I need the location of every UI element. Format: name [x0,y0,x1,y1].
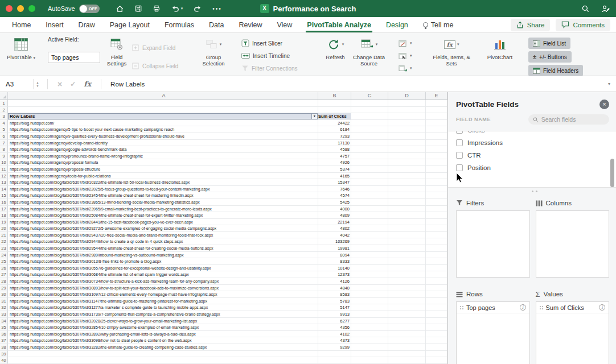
print-button[interactable] [153,5,161,13]
cell-B37[interactable]: 4373 [318,337,351,344]
cell-D20[interactable] [388,225,426,232]
cell-E28[interactable] [426,278,447,285]
cell-E5[interactable] [426,126,447,133]
cell-D24[interactable] [388,252,426,259]
refresh-button[interactable]: ▾ Refresh [320,36,351,60]
field-list-toggle[interactable]: Field List [528,38,570,49]
cell-D6[interactable] [388,133,426,140]
row-header-33[interactable]: 33 [0,311,8,318]
insert-timeline-button[interactable]: Insert Timeline [241,50,314,61]
row-header-17[interactable]: 17 [0,206,8,213]
cell-A9[interactable]: https://blog.hubspot.com/agency/pronounc… [8,153,318,160]
cell-D40[interactable] [388,357,426,364]
undo-button[interactable]: ▾ [171,5,183,13]
cell-D3[interactable] [388,113,426,120]
cell-C11[interactable] [351,166,388,173]
column-header-A[interactable]: A [8,92,318,100]
tab-page-layout[interactable]: Page Layout [102,17,157,33]
cell-B20[interactable]: 4802 [318,225,351,232]
cell-E34[interactable] [426,318,447,325]
row-header-7[interactable]: 7 [0,140,8,147]
column-header-B[interactable]: B [318,92,351,100]
cell-C1[interactable] [351,100,388,107]
cell-A1[interactable] [8,100,318,107]
home-button[interactable] [116,5,124,13]
cell-C7[interactable] [351,140,388,147]
cell-B26[interactable]: 10140 [318,265,351,272]
filter-connections-button[interactable]: Filter Connections [241,63,314,74]
row-header-21[interactable]: 21 [0,232,8,239]
cell-E11[interactable] [426,166,447,173]
cell-D37[interactable] [388,337,426,344]
cell-D16[interactable] [388,199,426,206]
values-column-header[interactable]: Sum of Clicks [318,113,351,120]
field-settings-button[interactable]: Field Settings [104,36,130,67]
cell-E40[interactable] [426,357,447,364]
field-list-scrollbar[interactable] [610,159,614,187]
row-header-29[interactable]: 29 [0,285,8,292]
cell-E31[interactable] [426,298,447,305]
cell-C29[interactable] [351,285,388,292]
cell-E25[interactable] [426,258,447,265]
close-pane-button[interactable]: × [599,100,609,109]
column-header-C[interactable]: C [351,92,388,100]
cell-A25[interactable]: https://blog.hubspot.com/blog/tabid/6307… [8,258,318,265]
select-all-corner[interactable] [0,92,8,100]
cell-C16[interactable] [351,199,388,206]
comments-button[interactable]: Comments [556,19,610,31]
cell-B31[interactable]: 5783 [318,298,351,305]
cell-A27[interactable]: https://blog.hubspot.com/blog/tabid/6307… [8,271,318,278]
cell-B13[interactable]: 15347 [318,179,351,186]
minimize-window-button[interactable] [17,5,24,12]
cell-B35[interactable]: 4356 [318,324,351,331]
cell-C39[interactable] [351,351,388,358]
cell-C6[interactable] [351,133,388,140]
row-header-16[interactable]: 16 [0,199,8,206]
cell-B7[interactable]: 17130 [318,140,351,147]
cell-D12[interactable] [388,173,426,180]
field-item-clicks[interactable]: Clicks [448,131,616,136]
filters-dropzone[interactable] [456,210,530,278]
cell-C37[interactable] [351,337,388,344]
cell-E10[interactable] [426,159,447,166]
cell-A20[interactable]: https://blog.hubspot.com/blog/tabid/6307… [8,225,318,232]
cell-E20[interactable] [426,225,447,232]
expand-field-button[interactable]: Expand Field [132,42,189,53]
row-header-1[interactable]: 1 [0,100,8,107]
row-header-20[interactable]: 20 [0,225,8,232]
cell-D35[interactable] [388,324,426,331]
cell-C17[interactable] [351,206,388,213]
row-header-36[interactable]: 36 [0,331,8,338]
cell-D27[interactable] [388,271,426,278]
row-header-25[interactable]: 25 [0,258,8,265]
row-header-13[interactable]: 13 [0,179,8,186]
row-header-23[interactable]: 23 [0,245,8,252]
values-dropzone[interactable]: Sum of Clicksi [536,301,610,364]
cell-C8[interactable] [351,146,388,153]
cell-A24[interactable]: https://blog.hubspot.com/blog/tabid/6307… [8,252,318,259]
cell-A30[interactable]: https://blog.hubspot.com/blog/tabid/6307… [8,291,318,298]
cell-A14[interactable]: https://blog.hubspot.com/blog/tabid/6307… [8,186,318,193]
cell-E3[interactable] [426,113,447,120]
cell-A39[interactable] [8,351,318,358]
row-header-38[interactable]: 38 [0,344,8,351]
search-fields-input[interactable] [541,116,605,123]
cell-B25[interactable]: 8333 [318,258,351,265]
cell-C21[interactable] [351,232,388,239]
cell-A12[interactable]: https://blog.hubspot.com/agency/tools-fo… [8,173,318,180]
cell-B8[interactable]: 4588 [318,146,351,153]
row-header-32[interactable]: 32 [0,304,8,311]
cell-A32[interactable]: https://blog.hubspot.com/blog/tabid/6307… [8,304,318,311]
cell-C25[interactable] [351,258,388,265]
stepper-down-icon[interactable]: ▼ [36,84,39,88]
cell-A31[interactable]: https://blog.hubspot.com/blog/tabid/6307… [8,298,318,305]
cell-D8[interactable] [388,146,426,153]
cell-D19[interactable] [388,219,426,226]
cell-E17[interactable] [426,206,447,213]
cell-B1[interactable] [318,100,351,107]
cell-E27[interactable] [426,271,447,278]
cell-B24[interactable]: 8094 [318,252,351,259]
cell-A7[interactable]: https://blog.hubspot.com/agency/develop-… [8,140,318,147]
cell-A10[interactable]: https://blog.hubspot.com/agency/proposal… [8,159,318,166]
cell-B29[interactable]: 4840 [318,285,351,292]
